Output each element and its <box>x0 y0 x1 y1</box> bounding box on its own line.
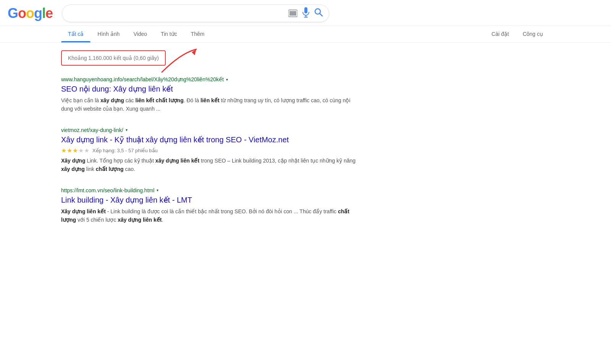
result-url-line-1: www.hanguyenhoang.info/search/label/Xây%… <box>61 76 359 82</box>
search-result-2: vietmoz.net/xay-dung-link/ ▾ Xây dựng li… <box>61 127 359 174</box>
tab-video[interactable]: Video <box>126 26 154 42</box>
logo-letter-e: e <box>45 5 53 21</box>
stars: ★ ★ ★ ★ ★ <box>61 147 89 154</box>
nav-tabs: Tất cả Hình ảnh Video Tin tức Thêm Cài đ… <box>0 26 611 43</box>
annotation-arrow <box>158 45 200 77</box>
nav-left: Tất cả Hình ảnh Video Tin tức Thêm <box>61 26 211 42</box>
result-title-1[interactable]: SEO nội dung: Xây dựng liên kết <box>61 84 359 94</box>
stars-row: ★ ★ ★ ★ ★ Xếp hạng: 3,5 - 57 phiếu bầu <box>61 147 359 154</box>
result-url-1[interactable]: www.hanguyenhoang.info/search/label/Xây%… <box>61 76 224 82</box>
result-snippet-3: Xây dựng liên kết - Link building là đượ… <box>61 207 359 224</box>
logo-letter-l: l <box>42 5 45 21</box>
logo-letter-o1: o <box>18 5 26 21</box>
mic-icon[interactable] <box>302 7 310 20</box>
result-dropdown-2[interactable]: ▾ <box>126 128 128 132</box>
google-logo[interactable]: Google <box>8 6 53 20</box>
result-dropdown-3[interactable]: ▾ <box>157 188 158 192</box>
star-3: ★ <box>73 147 78 154</box>
header: Google xây dựng liên kết chất lượng <box>0 0 611 26</box>
rating-text: Xếp hạng: 3,5 - 57 phiếu bầu <box>92 148 158 153</box>
tab-settings[interactable]: Cài đặt <box>485 26 516 42</box>
result-snippet-2: Xây dựng Link. Tổng hợp các kỹ thuật xây… <box>61 156 359 174</box>
tab-news[interactable]: Tin tức <box>154 26 184 42</box>
result-count-container: Khoảng 1.160.000 kết quả (0,60 giây) <box>61 50 166 66</box>
star-4: ★ <box>78 147 84 154</box>
tab-tools[interactable]: Công cụ <box>516 26 550 42</box>
result-title-2[interactable]: Xây dựng link - Kỹ thuật xây dựng liên k… <box>61 135 359 145</box>
result-url-3[interactable]: https://lmt.com.vn/seo/link-building.htm… <box>61 187 154 193</box>
search-bar: xây dựng liên kết chất lượng <box>62 5 329 22</box>
result-title-3[interactable]: Link building - Xây dựng liên kết - LMT <box>61 195 359 205</box>
result-snippet-1: Việc bạn cần là xây dựng các liên kết ch… <box>61 96 359 113</box>
search-icons <box>288 7 323 20</box>
logo-letter-g2: g <box>34 5 42 21</box>
search-result-1: www.hanguyenhoang.info/search/label/Xây%… <box>61 76 359 113</box>
logo-text: Google <box>8 6 53 20</box>
nav-right: Cài đặt Công cụ <box>485 26 550 42</box>
result-url-line-3: https://lmt.com.vn/seo/link-building.htm… <box>61 187 359 193</box>
logo-letter-g: G <box>8 5 18 21</box>
star-1: ★ <box>61 147 66 154</box>
star-2: ★ <box>67 147 72 154</box>
result-count-text: Khoảng 1.160.000 kết quả (0,60 giây) <box>68 55 159 61</box>
keyboard-icon[interactable] <box>288 10 297 17</box>
result-url-2[interactable]: vietmoz.net/xay-dung-link/ <box>61 127 123 133</box>
search-input[interactable]: xây dựng liên kết chất lượng <box>68 10 285 17</box>
logo-letter-o2: o <box>26 5 34 21</box>
search-icon[interactable] <box>314 8 323 19</box>
svg-line-4 <box>320 14 323 16</box>
search-result-3: https://lmt.com.vn/seo/link-building.htm… <box>61 187 359 224</box>
tab-images[interactable]: Hình ảnh <box>91 26 126 42</box>
result-count-box: Khoảng 1.160.000 kết quả (0,60 giây) <box>61 50 166 66</box>
tab-all[interactable]: Tất cả <box>61 26 91 42</box>
tab-more[interactable]: Thêm <box>184 26 212 42</box>
star-5: ★ <box>84 147 89 154</box>
main-content: Khoảng 1.160.000 kết quả (0,60 giây) www… <box>0 43 420 245</box>
result-dropdown-1[interactable]: ▾ <box>226 77 228 82</box>
result-url-line-2: vietmoz.net/xay-dung-link/ ▾ <box>61 127 359 133</box>
svg-rect-0 <box>304 7 307 13</box>
